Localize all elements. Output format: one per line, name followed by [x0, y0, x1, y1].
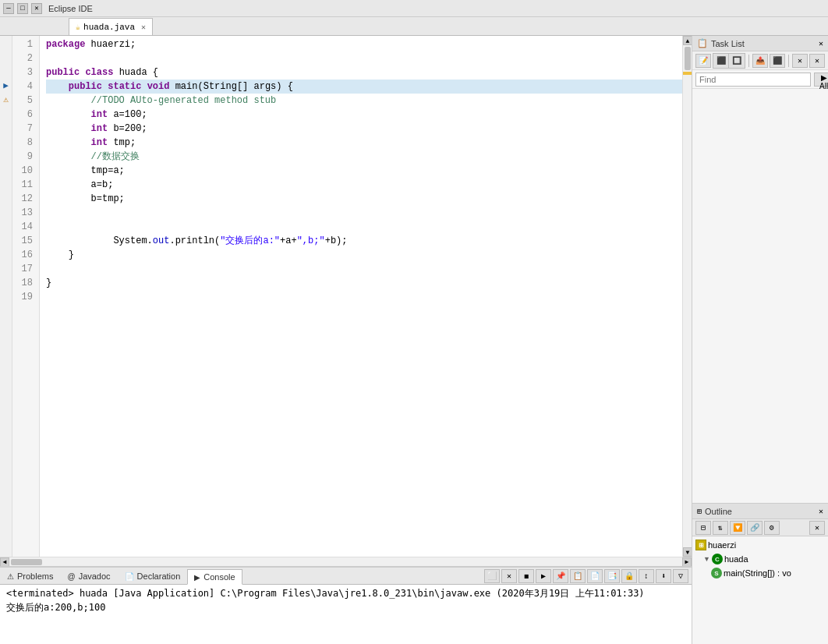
window-controls: ─ □ ✕: [3, 3, 42, 14]
code-token: public: [46, 65, 80, 80]
code-token: [102, 80, 108, 94]
gutter-cell: [0, 246, 12, 260]
line-number: 1: [12, 37, 36, 51]
tab-icon: ▶: [194, 573, 200, 582]
task-filter-btn2[interactable]: 🔲: [729, 54, 745, 68]
outline-close-btn[interactable]: ✕: [809, 521, 825, 535]
code-line: int tmp;: [46, 136, 682, 150]
outline-link-btn[interactable]: 🔗: [747, 521, 763, 535]
task-new-btn[interactable]: 📝: [695, 54, 711, 68]
task-list-close[interactable]: ✕: [819, 39, 823, 48]
code-token: [46, 94, 91, 108]
code-token: [46, 122, 91, 136]
scroll-up-arrow[interactable]: ▲: [683, 36, 692, 45]
line-number: 9: [12, 150, 36, 164]
close-btn[interactable]: ✕: [31, 3, 42, 14]
gutter-cell: [0, 148, 12, 162]
line-number: 11: [12, 178, 36, 192]
console-btn7[interactable]: 📄: [587, 569, 603, 583]
find-input[interactable]: [695, 73, 811, 87]
code-line: //数据交换: [46, 150, 682, 164]
outline-class-label: huada: [724, 554, 748, 564]
task-filter-group: ⬛ 🔲: [713, 53, 745, 69]
console-rerun-btn[interactable]: ▶: [536, 569, 551, 583]
maximize-btn[interactable]: □: [17, 3, 28, 14]
task-export-btn[interactable]: 📤: [752, 54, 768, 68]
console-settings-btn[interactable]: ▽: [673, 569, 688, 583]
outline-item-method[interactable]: S main(String[]) : vo: [692, 566, 828, 580]
console-btn8[interactable]: 📑: [604, 569, 620, 583]
outline-sort-btn[interactable]: ⇅: [713, 521, 728, 535]
code-line: }: [46, 248, 682, 262]
line-number: 13: [12, 206, 36, 220]
line-number: 3: [12, 65, 36, 80]
console-btn6[interactable]: 📋: [570, 569, 586, 583]
console-terminated-line: <terminated> huada [Java Application] C:…: [6, 586, 685, 600]
tab-label: Javadoc: [79, 571, 111, 581]
code-token: public: [69, 80, 102, 94]
outline-content: ⊞ huaerzi ▼ C huada S main(String[]) : v…: [692, 536, 828, 644]
gutter-cell: [0, 64, 12, 78]
outline-title-bar: ⊞ Outline ✕: [692, 504, 828, 519]
outline-item-package[interactable]: ⊞ huaerzi: [692, 538, 828, 552]
line-number: 8: [12, 136, 36, 150]
code-token: package: [46, 37, 85, 51]
code-line: [46, 220, 682, 234]
console-clear-btn[interactable]: ✕: [501, 569, 517, 583]
outline-item-class[interactable]: ▼ C huada: [692, 552, 828, 566]
bottom-panel: ⚠Problems@Javadoc📄Declaration▶Console ⬜ …: [0, 566, 692, 644]
find-all-btn[interactable]: ▶ All: [814, 73, 828, 87]
code-token: int: [91, 136, 108, 150]
console-output-line: 交换后的a:200,b;100: [6, 600, 685, 614]
bottom-panel-controls: ⬜ ✕ ◼ ▶ 📌 📋 📄 📑 🔒 ↕ ⬇ ▽: [484, 569, 688, 583]
line-number: 6: [12, 108, 36, 122]
tab-icon: @: [67, 572, 75, 581]
horizontal-scrollbar[interactable]: ◀ ▶: [0, 557, 692, 566]
gutter-cell: [0, 274, 12, 288]
console-btn11[interactable]: ⬇: [656, 569, 671, 583]
console-stop-btn[interactable]: ◼: [518, 569, 534, 583]
outline-filter-btn[interactable]: 🔽: [730, 521, 745, 535]
console-btn5[interactable]: 📌: [553, 569, 568, 583]
console-minimize-btn[interactable]: ⬜: [484, 569, 500, 583]
bottom-tab-declaration[interactable]: 📄Declaration: [118, 568, 188, 584]
task-close-btn[interactable]: ✕: [792, 54, 808, 68]
editor-tab[interactable]: ☕ huada.java ✕: [69, 18, 153, 35]
code-line: int b=200;: [46, 122, 682, 136]
tab-filename: huada.java: [83, 23, 135, 32]
main-layout: ▶⚠ 12345678910111213141516171819 package…: [0, 36, 828, 644]
code-line: [46, 262, 682, 276]
console-btn9[interactable]: 🔒: [621, 569, 637, 583]
scrollbar-thumb[interactable]: [685, 47, 691, 70]
code-token: out: [153, 234, 170, 248]
tab-close-btn[interactable]: ✕: [141, 23, 146, 32]
vertical-scrollbar[interactable]: ▲ ▼: [682, 36, 692, 557]
gutter-cell: ⚠: [0, 92, 12, 106]
bottom-tab-console[interactable]: ▶Console: [187, 569, 242, 585]
outline-title: Outline: [705, 507, 732, 516]
scroll-down-arrow[interactable]: ▼: [683, 547, 692, 557]
task-collapse-btn[interactable]: ⬛: [770, 54, 785, 68]
bottom-tab-problems[interactable]: ⚠Problems: [0, 568, 60, 584]
chevron-down-icon: ▼: [703, 555, 710, 563]
code-token: b=tmp;: [46, 192, 125, 206]
minimize-btn[interactable]: ─: [3, 3, 14, 14]
editor-tab-bar: ☕ huada.java ✕: [0, 17, 828, 36]
code-token: [141, 80, 147, 94]
bottom-tab-javadoc[interactable]: @Javadoc: [60, 568, 117, 584]
line-number: 15: [12, 234, 36, 248]
outline-settings-btn[interactable]: ⚙: [764, 521, 780, 535]
gutter-cell: [0, 134, 12, 148]
scrollbar-h-thumb[interactable]: [11, 559, 42, 565]
code-line: b=tmp;: [46, 192, 682, 206]
code-line: int a=100;: [46, 108, 682, 122]
find-bar: ▶ All: [692, 70, 828, 89]
scroll-left-arrow[interactable]: ◀: [0, 557, 9, 567]
outline-collapse-btn[interactable]: ⊟: [695, 521, 711, 535]
task-close2-btn[interactable]: ✕: [809, 54, 825, 68]
outline-close[interactable]: ✕: [819, 507, 823, 516]
task-filter-btn1[interactable]: ⬛: [713, 54, 729, 68]
code-editor[interactable]: package huaerzi; public class huada { pu…: [40, 36, 682, 557]
scroll-right-arrow[interactable]: ▶: [682, 557, 692, 567]
console-btn10[interactable]: ↕: [639, 569, 654, 583]
